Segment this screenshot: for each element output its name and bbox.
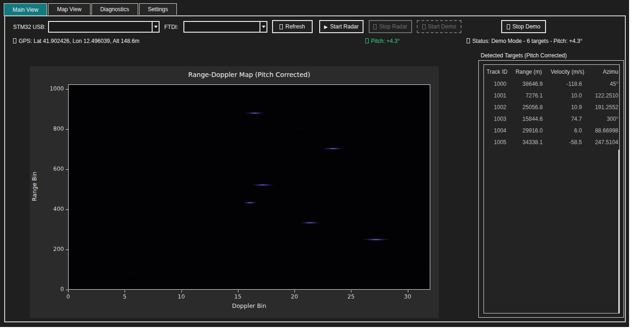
x-tickmark bbox=[351, 290, 351, 292]
y-tickmark bbox=[66, 209, 68, 210]
chevron-down-icon[interactable] bbox=[152, 22, 159, 32]
tab-label: Settings bbox=[148, 6, 168, 13]
satellite-icon bbox=[13, 38, 16, 43]
tab-map-view[interactable]: Map View bbox=[48, 3, 90, 15]
pitch-icon bbox=[365, 38, 369, 43]
chevron-down-icon[interactable] bbox=[259, 22, 266, 32]
stop-demo-button-label: Stop Demo bbox=[512, 23, 540, 30]
table-cell: 1005 bbox=[484, 139, 510, 151]
table-cell: 1001 bbox=[484, 92, 510, 104]
refresh-button[interactable]: Refresh bbox=[272, 20, 313, 33]
app-window: Main View Map View Diagnostics Settings … bbox=[0, 0, 629, 327]
table-row[interactable]: 10017276.110.0122.2510 bbox=[484, 92, 619, 104]
x-tick-label: 15 bbox=[231, 293, 245, 300]
stop-radar-button[interactable]: Stop Radar bbox=[369, 20, 412, 33]
col-track-id[interactable]: Track ID bbox=[484, 69, 510, 79]
chart-ylabel: Range Bin bbox=[31, 112, 38, 261]
table-cell: 1003 bbox=[484, 116, 510, 127]
x-tick-label: 20 bbox=[287, 293, 301, 300]
table-scrollbar[interactable] bbox=[618, 150, 619, 313]
chart-title: Range-Doppler Map (Pitch Corrected) bbox=[68, 71, 430, 78]
y-tick-label: 600 bbox=[45, 166, 64, 172]
pitch-label: Pitch: +4.3° bbox=[365, 38, 400, 44]
tab-diagnostics[interactable]: Diagnostics bbox=[91, 3, 138, 15]
table-cell: 10.9 bbox=[547, 104, 588, 116]
y-tickmark bbox=[66, 169, 68, 170]
x-tick-label: 0 bbox=[61, 293, 75, 300]
start-demo-button-label: Start Demo bbox=[428, 23, 456, 30]
table-cell: -118.6 bbox=[547, 81, 588, 92]
targets-table[interactable]: Track ID Range (m) Velocity (m/s) Azimu … bbox=[483, 64, 620, 313]
tab-main-view[interactable]: Main View bbox=[4, 3, 47, 16]
stop-demo-button[interactable]: Stop Demo bbox=[501, 20, 546, 33]
targets-table-header: Track ID Range (m) Velocity (m/s) Azimu bbox=[484, 69, 619, 79]
heatmap-noise-canvas bbox=[69, 85, 430, 289]
table-cell: 45° bbox=[588, 81, 618, 92]
main-view-page: STM32 USB: FTDI: Refresh ▶Start Radar St… bbox=[4, 15, 626, 322]
table-cell: 7276.1 bbox=[510, 92, 547, 104]
gps-status-label: GPS: Lat 41.902426, Lon 12.496039, Alt 1… bbox=[13, 38, 140, 44]
ftdi-combobox[interactable] bbox=[183, 21, 267, 33]
tab-label: Diagnostics bbox=[100, 6, 129, 13]
start-demo-button[interactable]: Start Demo bbox=[417, 20, 462, 33]
table-cell: 29916.0 bbox=[510, 127, 547, 139]
demo-icon bbox=[422, 24, 426, 29]
y-tick-label: 0 bbox=[45, 286, 64, 292]
start-radar-button-label: Start Radar bbox=[330, 23, 358, 30]
col-azimuth[interactable]: Azimu bbox=[588, 69, 618, 79]
x-tickmark bbox=[408, 290, 408, 292]
table-cell: 1002 bbox=[484, 104, 510, 116]
refresh-icon bbox=[280, 24, 283, 29]
x-tickmark bbox=[125, 290, 125, 292]
x-tickmark bbox=[238, 290, 238, 292]
range-doppler-plot[interactable] bbox=[68, 84, 430, 290]
table-cell: 34338.1 bbox=[510, 139, 547, 151]
y-tick-label: 1000 bbox=[45, 85, 64, 92]
ftdi-label: FTDI: bbox=[164, 24, 178, 30]
table-cell: 38646.9 bbox=[510, 81, 547, 92]
stm32-usb-label: STM32 USB: bbox=[13, 24, 46, 30]
table-cell: 1000 bbox=[484, 81, 510, 92]
x-tick-label: 30 bbox=[401, 293, 415, 300]
start-radar-button[interactable]: ▶Start Radar bbox=[319, 20, 364, 33]
table-cell: 300° bbox=[588, 116, 618, 127]
table-cell: 122.2510 bbox=[588, 92, 618, 104]
table-row[interactable]: 100315844.674.7300° bbox=[484, 116, 619, 127]
x-tick-label: 25 bbox=[344, 293, 358, 300]
table-cell: 247.5104 bbox=[588, 139, 618, 151]
table-row[interactable]: 100038646.9-118.645° bbox=[484, 81, 619, 92]
x-tick-label: 5 bbox=[118, 293, 132, 300]
table-cell: 15844.6 bbox=[510, 116, 547, 127]
x-tickmark bbox=[68, 290, 69, 292]
col-range[interactable]: Range (m) bbox=[510, 69, 547, 79]
chart-xlabel: Doppler Bin bbox=[68, 302, 430, 309]
table-cell: 10.0 bbox=[547, 92, 588, 104]
tab-settings[interactable]: Settings bbox=[139, 3, 177, 15]
table-cell: 25056.8 bbox=[510, 104, 547, 116]
status-icon bbox=[467, 38, 470, 43]
y-tick-label: 400 bbox=[45, 206, 64, 212]
table-cell: -58.5 bbox=[547, 139, 588, 151]
table-row[interactable]: 100534338.1-58.5247.5104 bbox=[484, 139, 619, 151]
status-label: Status: Demo Mode - 6 targets - Pitch: +… bbox=[467, 38, 582, 44]
play-icon: ▶ bbox=[324, 24, 328, 29]
stop-radar-button-label: Stop Radar bbox=[379, 23, 407, 30]
tab-label: Map View bbox=[57, 6, 81, 13]
y-tick-label: 200 bbox=[45, 246, 64, 252]
y-tick-label: 800 bbox=[45, 125, 64, 132]
pitch-text: Pitch: +4.3° bbox=[371, 38, 400, 44]
table-cell: 6.0 bbox=[547, 127, 588, 139]
x-tickmark bbox=[294, 290, 295, 292]
stm32-usb-combobox[interactable] bbox=[48, 21, 160, 33]
table-row[interactable]: 100225056.810.9191.2552 bbox=[484, 104, 619, 116]
targets-groupbox: Track ID Range (m) Velocity (m/s) Azimu … bbox=[478, 60, 624, 318]
range-doppler-figure: Range-Doppler Map (Pitch Corrected) Rang… bbox=[30, 66, 439, 318]
x-tick-label: 10 bbox=[175, 293, 189, 300]
table-row[interactable]: 100429916.06.088.66998 bbox=[484, 127, 619, 139]
ftdi-value bbox=[184, 22, 259, 32]
col-velocity[interactable]: Velocity (m/s) bbox=[547, 69, 588, 79]
table-cell: 74.7 bbox=[547, 116, 588, 127]
y-tickmark bbox=[66, 250, 68, 250]
tab-bar: Main View Map View Diagnostics Settings bbox=[4, 3, 178, 16]
table-cell: 191.2552 bbox=[588, 104, 618, 116]
